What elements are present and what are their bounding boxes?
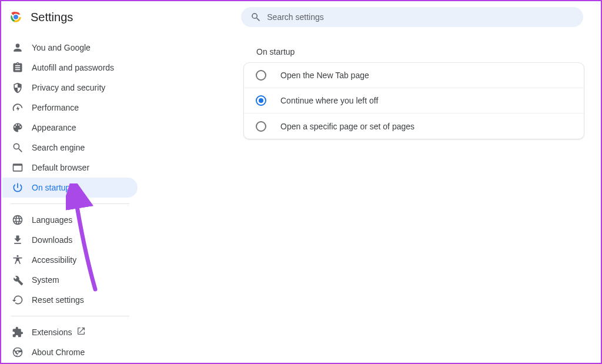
header-bar: Settings (1, 1, 601, 31)
sidebar-item-label: Appearance (32, 123, 76, 132)
sidebar-item-label: Accessibility (32, 255, 76, 265)
sidebar-item-search-engine[interactable]: Search engine (2, 138, 138, 158)
sidebar-item-autofill[interactable]: Autofill and passwords (2, 58, 138, 78)
person-icon (12, 42, 24, 54)
sidebar-item-label: You and Google (32, 43, 91, 52)
option-new-tab[interactable]: Open the New Tab page (244, 63, 584, 88)
option-label: Open a specific page or set of pages (280, 122, 414, 131)
sidebar-item-you-and-google[interactable]: You and Google (2, 38, 138, 58)
palette-icon (12, 122, 24, 133)
extension-icon (12, 326, 24, 338)
sidebar-item-label: System (32, 275, 59, 285)
search-icon (12, 142, 24, 153)
search-settings-field[interactable] (241, 7, 583, 27)
option-specific-pages[interactable]: Open a specific page or set of pages (244, 113, 584, 139)
svg-point-1 (14, 15, 18, 19)
main-content: On startup Open the New Tab page Continu… (243, 42, 584, 139)
sidebar-item-about-chrome[interactable]: About Chrome (2, 342, 138, 362)
open-in-new-icon (76, 326, 86, 338)
sidebar-item-on-startup[interactable]: On startup (2, 178, 138, 198)
browser-icon (12, 162, 24, 173)
sidebar-item-label: About Chrome (32, 348, 85, 357)
sidebar-item-label: Downloads (32, 235, 72, 245)
sidebar-item-label: Autofill and passwords (32, 63, 114, 72)
search-input[interactable] (267, 12, 574, 22)
sidebar-item-appearance[interactable]: Appearance (2, 118, 138, 138)
sidebar-item-reset[interactable]: Reset settings (2, 290, 138, 310)
sidebar-item-label: Languages (32, 215, 72, 225)
page-title: Settings (31, 11, 73, 24)
search-icon (250, 12, 261, 22)
settings-sidebar: You and Google Autofill and passwords Pr… (2, 35, 138, 364)
radio-icon (256, 95, 266, 106)
sidebar-separator (11, 316, 129, 316)
sidebar-item-label: Default browser (32, 163, 89, 172)
sidebar-item-accessibility[interactable]: Accessibility (2, 250, 138, 270)
sidebar-item-performance[interactable]: Performance (2, 98, 138, 118)
section-title: On startup (256, 47, 584, 56)
sidebar-item-label: Extensions (32, 328, 72, 337)
download-icon (12, 234, 24, 246)
sidebar-separator (11, 203, 129, 204)
chrome-outline-icon (12, 346, 24, 358)
sidebar-item-default-browser[interactable]: Default browser (2, 158, 138, 178)
on-startup-card: Open the New Tab page Continue where you… (243, 62, 584, 139)
clipboard-icon (12, 62, 24, 74)
option-continue[interactable]: Continue where you left off (244, 88, 584, 113)
speedometer-icon (12, 102, 24, 113)
sidebar-item-label: Search engine (32, 143, 85, 152)
sidebar-item-label: Reset settings (32, 295, 84, 305)
shield-icon (12, 82, 24, 93)
power-icon (12, 182, 24, 193)
sidebar-item-downloads[interactable]: Downloads (2, 230, 138, 250)
sidebar-item-privacy[interactable]: Privacy and security (2, 78, 138, 98)
sidebar-item-extensions[interactable]: Extensions (2, 322, 138, 342)
sidebar-item-languages[interactable]: Languages (2, 210, 138, 230)
radio-icon (256, 70, 266, 81)
sidebar-item-label: Privacy and security (32, 83, 105, 92)
globe-icon (12, 214, 24, 226)
wrench-icon (12, 274, 24, 286)
sidebar-item-label: Performance (32, 103, 79, 112)
reset-icon (12, 294, 24, 306)
radio-icon (256, 121, 266, 132)
sidebar-item-system[interactable]: System (2, 270, 138, 290)
sidebar-item-label: On startup (32, 183, 70, 192)
chrome-logo-icon (8, 9, 24, 25)
accessibility-icon (12, 254, 24, 266)
option-label: Continue where you left off (280, 96, 378, 105)
option-label: Open the New Tab page (280, 71, 369, 80)
